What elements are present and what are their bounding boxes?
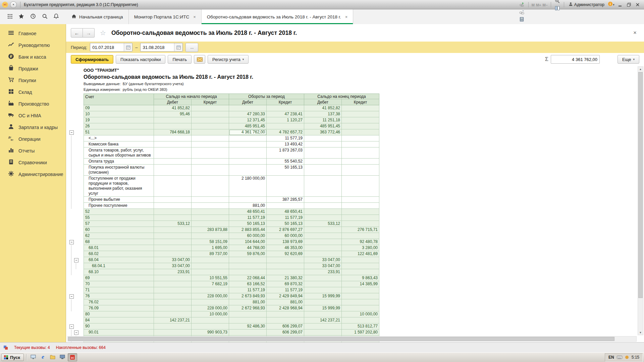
value-cell[interactable]	[192, 176, 229, 197]
value-cell[interactable]	[154, 281, 192, 287]
value-cell[interactable]	[342, 257, 379, 263]
value-cell[interactable]	[304, 209, 342, 215]
column-header-account[interactable]: Счет	[84, 94, 154, 105]
value-cell[interactable]	[304, 197, 342, 203]
more-dropdown[interactable]: Еще▾	[618, 55, 639, 64]
value-cell[interactable]	[154, 147, 192, 159]
language-indicator[interactable]: EN	[608, 355, 614, 360]
account-cell[interactable]: 26	[84, 123, 154, 129]
value-cell[interactable]: 60 000,00	[267, 233, 304, 239]
value-cell[interactable]: 11 577,19	[267, 135, 304, 141]
account-cell[interactable]: Комиссия банка	[84, 141, 154, 147]
column-subheader[interactable]: Кредит	[192, 99, 229, 105]
value-cell[interactable]	[192, 117, 229, 123]
value-cell[interactable]	[192, 221, 229, 227]
value-cell[interactable]	[304, 215, 342, 221]
collapse-expander[interactable]	[74, 258, 78, 262]
value-cell[interactable]: 881,00	[229, 203, 267, 209]
value-cell[interactable]	[229, 329, 267, 336]
value-cell[interactable]	[192, 323, 229, 329]
value-cell[interactable]: 44 768,00	[229, 245, 267, 251]
show-settings-button[interactable]: Показать настройки	[116, 55, 165, 64]
value-cell[interactable]: 228 000,00	[192, 305, 229, 311]
value-cell[interactable]	[304, 323, 342, 329]
value-cell[interactable]	[154, 233, 192, 239]
value-cell[interactable]	[229, 141, 267, 147]
value-cell[interactable]	[342, 197, 379, 203]
value-cell[interactable]	[342, 317, 379, 323]
value-cell[interactable]	[342, 293, 379, 299]
value-cell[interactable]	[304, 159, 342, 165]
value-cell[interactable]: 276 715,71	[342, 227, 379, 233]
close-button[interactable]	[633, 1, 642, 8]
value-cell[interactable]: 33 047,00	[304, 263, 342, 269]
info-button[interactable]: i▾	[607, 1, 615, 8]
value-cell[interactable]	[154, 239, 192, 245]
value-cell[interactable]: 92 486,30	[229, 323, 267, 329]
value-cell[interactable]: 2 876 697,27	[267, 227, 304, 233]
current-user[interactable]: Администратор	[567, 2, 606, 7]
value-cell[interactable]	[192, 129, 229, 135]
value-cell[interactable]: 122 481,69	[342, 251, 379, 257]
value-cell[interactable]: 990 903,73	[192, 329, 229, 336]
value-cell[interactable]	[154, 329, 192, 336]
scroll-down-arrow[interactable]: ▼	[638, 330, 643, 335]
value-cell[interactable]	[154, 305, 192, 311]
value-cell[interactable]	[154, 245, 192, 251]
value-cell[interactable]: 3 280,00	[342, 245, 379, 251]
value-cell[interactable]	[154, 251, 192, 257]
value-cell[interactable]	[192, 123, 229, 129]
period-more-button[interactable]: ...	[185, 43, 198, 52]
value-cell[interactable]	[229, 159, 267, 165]
value-cell[interactable]	[154, 123, 192, 129]
value-cell[interactable]	[192, 269, 229, 275]
value-cell[interactable]	[154, 197, 192, 203]
value-cell[interactable]	[229, 135, 267, 141]
value-cell[interactable]: 92 480,78	[342, 239, 379, 245]
value-cell[interactable]: 10 551,55	[192, 275, 229, 281]
value-cell[interactable]	[342, 159, 379, 165]
restore-button[interactable]	[625, 1, 633, 8]
attach-add-icon[interactable]	[518, 1, 526, 8]
sidebar-item-truck[interactable]: ОС и НМА	[0, 110, 66, 121]
value-cell[interactable]	[192, 197, 229, 203]
value-cell[interactable]: 104 644,00	[229, 239, 267, 245]
account-cell[interactable]: 62	[84, 233, 154, 239]
sidebar-item-gear[interactable]: Администрирование	[0, 168, 66, 180]
value-cell[interactable]: 2 180 000,00	[229, 176, 267, 197]
value-cell[interactable]	[154, 323, 192, 329]
value-cell[interactable]	[192, 159, 229, 165]
value-cell[interactable]	[267, 176, 304, 197]
value-cell[interactable]	[267, 311, 304, 317]
value-cell[interactable]: 15 999,99	[304, 293, 342, 299]
value-cell[interactable]	[154, 299, 192, 305]
value-cell[interactable]: 50 165,13	[267, 221, 304, 227]
value-cell[interactable]	[154, 311, 192, 317]
memory-button[interactable]: M+	[535, 3, 542, 7]
value-cell[interactable]: 11 251,18	[304, 117, 342, 123]
back-button[interactable]: ←	[71, 28, 83, 38]
value-cell[interactable]: 233,91	[304, 269, 342, 275]
value-cell[interactable]	[304, 147, 342, 159]
value-cell[interactable]	[342, 147, 379, 159]
value-cell[interactable]	[267, 269, 304, 275]
collapse-expander[interactable]	[69, 240, 74, 244]
value-cell[interactable]: 46 353,00	[267, 245, 304, 251]
value-cell[interactable]	[154, 135, 192, 141]
value-cell[interactable]: 63 166,52	[229, 281, 267, 287]
value-cell[interactable]: 533,12	[154, 221, 192, 227]
memory-button[interactable]: M–	[542, 3, 548, 7]
account-cell[interactable]: 19	[84, 117, 154, 123]
value-cell[interactable]	[154, 141, 192, 147]
value-cell[interactable]	[267, 263, 304, 269]
value-cell[interactable]	[342, 299, 379, 305]
history-clock-icon[interactable]	[30, 13, 36, 20]
value-cell[interactable]	[267, 317, 304, 323]
value-cell[interactable]: 1 120,27	[267, 117, 304, 123]
account-cell[interactable]: 57	[84, 221, 154, 227]
value-cell[interactable]	[342, 287, 379, 293]
sidebar-item-bag[interactable]: Продажи	[0, 63, 66, 74]
account-cell[interactable]: 09	[84, 105, 154, 111]
value-cell[interactable]	[304, 135, 342, 141]
account-cell[interactable]: Прочее выбытие	[84, 197, 154, 203]
